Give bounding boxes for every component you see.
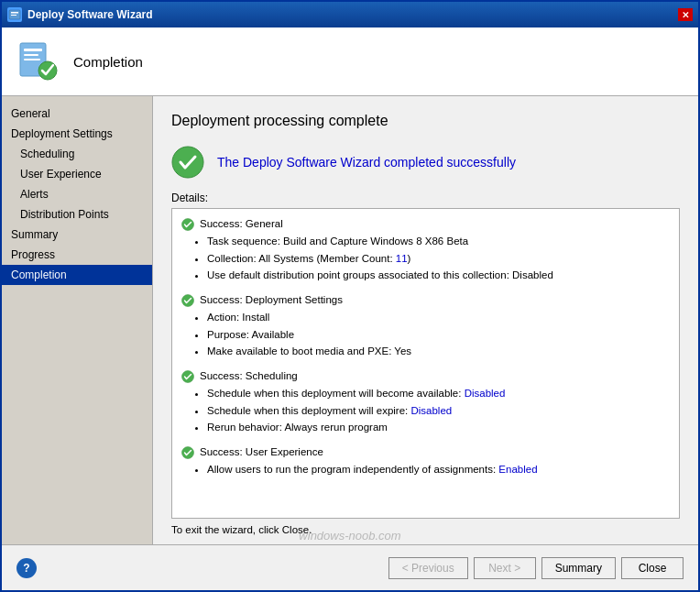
- svg-rect-1: [11, 12, 18, 14]
- detail-header-general: Success: General: [181, 216, 670, 232]
- list-item: Make available to boot media and PXE: Ye…: [207, 344, 670, 359]
- list-item: Schedule when this deployment will becom…: [207, 386, 670, 401]
- main-panel: Deployment processing complete The Deplo…: [153, 96, 698, 544]
- header-panel: Completion: [2, 27, 698, 96]
- title-bar: Deploy Software Wizard ✕: [2, 2, 698, 27]
- footer-buttons: < Previous Next > Summary Close: [388, 557, 684, 579]
- sidebar-item-distribution-points[interactable]: Distribution Points: [2, 204, 152, 225]
- sidebar-item-alerts[interactable]: Alerts: [2, 184, 152, 204]
- list-item: Purpose: Available: [207, 327, 670, 343]
- svg-rect-5: [24, 54, 38, 56]
- detail-section-general: Success: General Task sequence: Build an…: [181, 216, 670, 283]
- detail-header-deployment: Success: Deployment Settings: [181, 292, 670, 308]
- list-item: Schedule when this deployment will expir…: [207, 403, 670, 419]
- detail-section-user-experience: Success: User Experience Allow users to …: [181, 444, 670, 478]
- detail-header-user-experience: Success: User Experience: [181, 444, 670, 460]
- sidebar-item-summary[interactable]: Summary: [2, 225, 152, 245]
- sidebar-item-deployment-settings[interactable]: Deployment Settings: [2, 124, 152, 144]
- list-item: Rerun behavior: Always rerun program: [207, 420, 670, 435]
- header-title: Completion: [73, 54, 143, 70]
- exit-note: To exit the wizard, click Close.: [171, 524, 680, 535]
- success-icon: [171, 146, 204, 179]
- sidebar: General Deployment Settings Scheduling U…: [2, 96, 153, 544]
- sidebar-item-scheduling[interactable]: Scheduling: [2, 144, 152, 164]
- section-general-title: Success: General: [200, 216, 283, 232]
- success-banner: The Deploy Software Wizard completed suc…: [171, 146, 680, 179]
- list-item: Task sequence: Build and Capture Windows…: [207, 234, 670, 249]
- success-message: The Deploy Software Wizard completed suc…: [217, 155, 516, 170]
- list-item: Allow users to run the program independe…: [207, 462, 670, 477]
- close-button[interactable]: Close: [621, 557, 684, 579]
- sidebar-item-progress[interactable]: Progress: [2, 245, 152, 265]
- svg-point-8: [172, 147, 203, 178]
- footer: ? < Previous Next > Summary Close: [2, 544, 698, 590]
- list-item: Collection: All Systems (Member Count: 1…: [207, 251, 670, 267]
- footer-left: ?: [16, 558, 37, 578]
- section-scheduling-title: Success: Scheduling: [200, 368, 298, 384]
- close-window-button[interactable]: ✕: [678, 8, 693, 21]
- sidebar-item-user-experience[interactable]: User Experience: [2, 164, 152, 184]
- section-deployment-title: Success: Deployment Settings: [200, 292, 343, 308]
- list-item: Use default distribution point groups as…: [207, 268, 670, 283]
- detail-header-scheduling: Success: Scheduling: [181, 368, 670, 384]
- wizard-icon: [7, 7, 22, 22]
- window-title: Deploy Software Wizard: [27, 8, 153, 21]
- svg-rect-4: [24, 49, 42, 51]
- details-box[interactable]: Success: General Task sequence: Build an…: [171, 208, 680, 519]
- previous-button[interactable]: < Previous: [388, 557, 468, 579]
- page-title: Deployment processing complete: [171, 113, 680, 129]
- list-item: Action: Install: [207, 310, 670, 325]
- section-deployment-list: Action: Install Purpose: Available Make …: [181, 310, 670, 359]
- help-button[interactable]: ?: [16, 558, 37, 578]
- section-general-list: Task sequence: Build and Capture Windows…: [181, 234, 670, 283]
- details-label: Details:: [171, 192, 680, 204]
- content-area: General Deployment Settings Scheduling U…: [2, 96, 698, 544]
- sidebar-item-completion[interactable]: Completion: [2, 265, 152, 285]
- section-user-experience-title: Success: User Experience: [200, 444, 323, 460]
- section-user-experience-list: Allow users to run the program independe…: [181, 462, 670, 477]
- wizard-window: Deploy Software Wizard ✕ Completion Gene…: [0, 0, 700, 592]
- completion-icon: [16, 39, 60, 83]
- svg-rect-2: [11, 15, 16, 16]
- detail-section-deployment: Success: Deployment Settings Action: Ins…: [181, 292, 670, 359]
- section-scheduling-list: Schedule when this deployment will becom…: [181, 386, 670, 435]
- svg-rect-6: [24, 59, 40, 60]
- title-bar-left: Deploy Software Wizard: [7, 7, 153, 22]
- next-button[interactable]: Next >: [474, 557, 536, 579]
- sidebar-item-general[interactable]: General: [2, 104, 152, 124]
- summary-button[interactable]: Summary: [541, 557, 616, 579]
- detail-section-scheduling: Success: Scheduling Schedule when this d…: [181, 368, 670, 435]
